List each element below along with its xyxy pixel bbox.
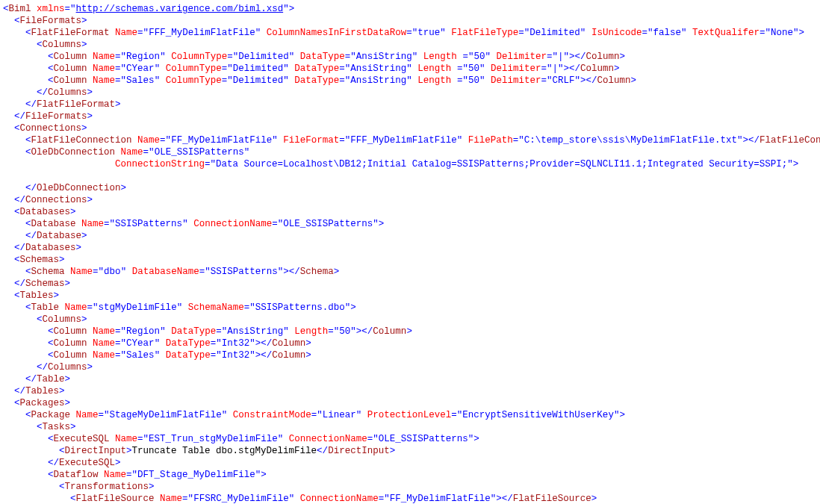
code-line: <FileFormats> — [3, 15, 817, 27]
code-line: </ExecuteSQL> — [3, 457, 817, 469]
code-line: <Transformations> — [3, 481, 817, 493]
schema-url-link[interactable]: http://schemas.varigence.com/biml.xsd — [76, 4, 284, 14]
code-line: </Schemas> — [3, 278, 817, 290]
code-line: </OleDbConnection> — [3, 182, 817, 194]
code-line: <Tables> — [3, 290, 817, 302]
code-line: </Database> — [3, 230, 817, 242]
code-line: <Column Name="Sales" DataType="Int32"></… — [3, 349, 817, 361]
code-line: <Column Name="CYear" ColumnType="Delimit… — [3, 63, 817, 75]
code-line: <Connections> — [3, 122, 817, 134]
code-line: <Schema Name="dbo" DatabaseName="SSISPat… — [3, 266, 817, 278]
code-line: </FlatFileFormat> — [3, 99, 817, 111]
code-line: </Databases> — [3, 242, 817, 254]
code-line: <Column Name="Region" ColumnType="Delimi… — [3, 51, 817, 63]
code-line: <FlatFileFormat Name="FFF_MyDelimFlatFil… — [3, 27, 817, 39]
code-line: <Database Name="SSISPatterns" Connection… — [3, 218, 817, 230]
code-line: <Schemas> — [3, 254, 817, 266]
code-line — [3, 170, 817, 182]
code-line: <Tasks> — [3, 421, 817, 433]
code-line: <Databases> — [3, 206, 817, 218]
code-line: <OleDbConnection Name="OLE_SSISPatterns" — [3, 146, 817, 158]
code-line: ConnectionString="Data Source=Localhost\… — [3, 158, 817, 170]
code-line: </Columns> — [3, 87, 817, 99]
code-line: <Column Name="Region" DataType="AnsiStri… — [3, 326, 817, 337]
code-line: <ExecuteSQL Name="EST_Trun_stgMyDelimFil… — [3, 433, 817, 445]
code-line: <Column Name="CYear" DataType="Int32"></… — [3, 337, 817, 349]
code-line: </Columns> — [3, 361, 817, 373]
code-line: <Column Name="Sales" ColumnType="Delimit… — [3, 75, 817, 87]
code-block: <Biml xmlns="http://schemas.varigence.co… — [3, 3, 817, 504]
code-line: <Table Name="stgMyDelimFile" SchemaName=… — [3, 302, 817, 314]
code-line: <FlatFileConnection Name="FF_MyDelimFlat… — [3, 134, 817, 146]
code-line: </Tables> — [3, 385, 817, 397]
code-line: <Biml xmlns="http://schemas.varigence.co… — [3, 3, 817, 15]
code-line: </Connections> — [3, 194, 817, 206]
code-line: <Packages> — [3, 397, 817, 409]
code-line: <Columns> — [3, 314, 817, 326]
code-line: <FlatFileSource Name="FFSRC_MyDelimFile"… — [3, 493, 817, 504]
code-line: <Package Name="StageMyDelimFlatFile" Con… — [3, 409, 817, 421]
code-line: <DirectInput>Truncate Table dbo.stgMyDel… — [3, 445, 817, 457]
code-line: </FileFormats> — [3, 111, 817, 122]
code-line: <Dataflow Name="DFT_Stage_MyDelimFile"> — [3, 469, 817, 481]
code-line: <Columns> — [3, 39, 817, 51]
code-line: </Table> — [3, 373, 817, 385]
